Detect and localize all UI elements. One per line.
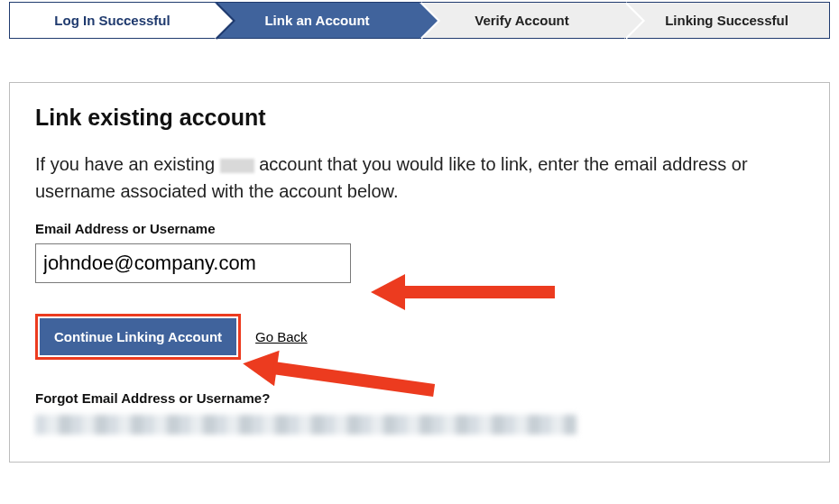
step-label: Link an Account	[264, 13, 369, 28]
step-label: Linking Successful	[665, 13, 788, 28]
redacted-brand	[220, 159, 254, 173]
actions-row: Continue Linking Account Go Back	[35, 314, 804, 360]
email-label: Email Address or Username	[35, 221, 804, 236]
step-label: Verify Account	[475, 13, 568, 28]
step-login-successful: Log In Successful	[10, 3, 215, 38]
step-linking-successful: Linking Successful	[624, 3, 829, 38]
page-title: Link existing account	[35, 105, 804, 131]
progress-steps: Log In Successful Link an Account Verify…	[9, 2, 830, 39]
intro-text: If you have an existing account that you…	[35, 151, 804, 205]
step-link-account: Link an Account	[215, 3, 420, 38]
arrow-shaft	[401, 286, 555, 298]
arrow-to-input	[389, 274, 560, 310]
continue-highlight-box: Continue Linking Account	[35, 314, 241, 360]
step-label: Log In Successful	[54, 13, 170, 28]
redacted-forgot-content	[35, 415, 576, 435]
intro-pre: If you have an existing	[35, 154, 220, 174]
link-account-panel: Link existing account If you have an exi…	[9, 82, 830, 463]
step-verify-account: Verify Account	[420, 3, 624, 38]
go-back-link[interactable]: Go Back	[255, 329, 308, 344]
email-input[interactable]	[35, 243, 351, 283]
arrow-head-icon	[371, 274, 405, 310]
continue-button[interactable]: Continue Linking Account	[40, 318, 236, 355]
